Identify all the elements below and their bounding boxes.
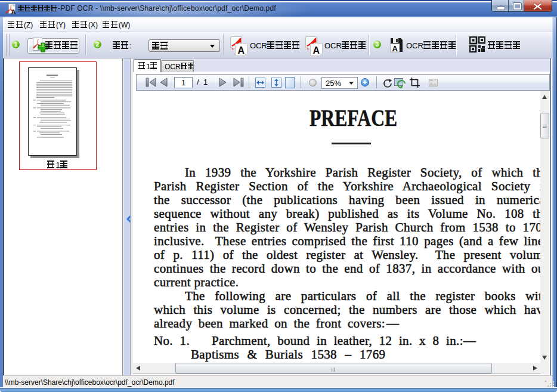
svg-text:A: A [238, 45, 245, 55]
svg-text:A: A [392, 44, 398, 53]
svg-text:A: A [11, 8, 16, 16]
svg-text:A: A [313, 45, 320, 55]
